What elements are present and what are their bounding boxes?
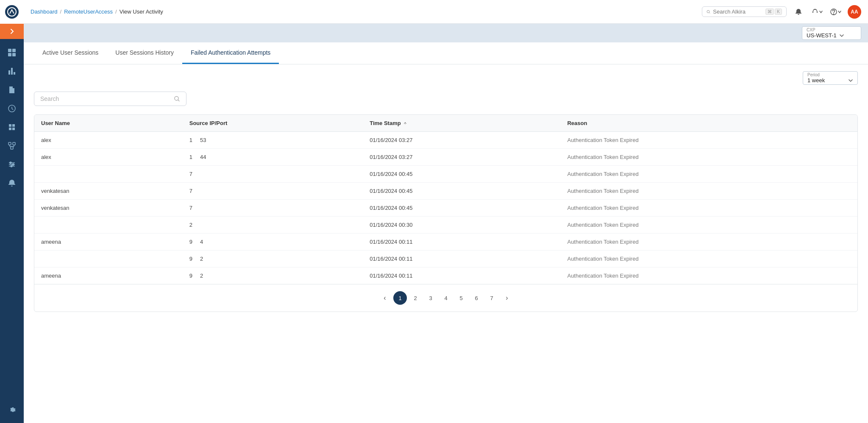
content-area: Period 1 week — [24, 64, 868, 322]
cell-reason: Authentication Token Expired — [560, 149, 857, 166]
period-row: Period 1 week — [34, 71, 858, 85]
cell-ip-port: 9 2 — [183, 250, 363, 267]
cell-username: ameena — [34, 234, 183, 250]
sidebar-item-analytics[interactable] — [3, 63, 20, 80]
topbar-search-input[interactable] — [713, 8, 763, 15]
col-username: User Name — [34, 115, 183, 132]
pagination-page-5[interactable]: 5 — [454, 291, 468, 305]
svg-rect-7 — [13, 142, 15, 145]
sidebar-item-plugins[interactable] — [3, 100, 20, 117]
cell-username: ameena — [34, 267, 183, 284]
pagination: ‹ 1 2 3 4 5 6 7 › — [34, 284, 857, 312]
tab-failed-auth[interactable]: Failed Authentication Attempts — [182, 42, 279, 64]
table-row: venkatesan 7 01/16/2024 00:45 Authentica… — [34, 183, 857, 200]
tab-sessions-history[interactable]: User Sessions History — [107, 42, 182, 64]
table-search-bar[interactable] — [34, 92, 186, 106]
search-shortcut: ⌘ K — [765, 8, 782, 15]
pagination-page-7[interactable]: 7 — [485, 291, 498, 305]
svg-rect-1 — [8, 49, 11, 52]
breadcrumb-current: View User Activity — [120, 8, 163, 15]
app-logo — [0, 0, 24, 24]
breadcrumb: Dashboard / RemoteUserAccess / View User… — [31, 8, 698, 15]
table-row: ameena 9 2 01/16/2024 00:11 Authenticati… — [34, 267, 857, 284]
cell-ip-port: 7 — [183, 200, 363, 217]
pagination-next[interactable]: › — [500, 291, 514, 305]
help-button[interactable] — [829, 5, 843, 19]
svg-rect-8 — [11, 147, 13, 149]
topbar-search-box[interactable]: ⌘ K — [702, 6, 787, 17]
cell-reason: Authentication Token Expired — [560, 217, 857, 234]
cell-reason: Authentication Token Expired — [560, 234, 857, 250]
table-body: alex 1 53 01/16/2024 03:27 Authenticatio… — [34, 132, 857, 284]
period-selector[interactable]: Period 1 week — [803, 71, 858, 85]
cell-reason: Authentication Token Expired — [560, 183, 857, 200]
avatar[interactable]: AA — [848, 5, 861, 19]
period-label: Period — [807, 72, 853, 77]
sidebar — [0, 0, 24, 423]
cxp-selector[interactable]: CXP US-WEST-1 — [802, 26, 861, 40]
cell-ip-port: 2 — [183, 217, 363, 234]
sidebar-item-notifications[interactable] — [3, 175, 20, 192]
cell-ip-port: 1 44 — [183, 149, 363, 166]
breadcrumb-sep1: / — [60, 8, 62, 15]
sidebar-settings[interactable] — [3, 401, 20, 418]
cell-username: venkatesan — [34, 183, 183, 200]
svg-point-17 — [834, 14, 834, 14]
col-reason: Reason — [560, 115, 857, 132]
sidebar-item-grid[interactable] — [3, 119, 20, 136]
pagination-page-6[interactable]: 6 — [470, 291, 483, 305]
logo-icon — [5, 5, 19, 19]
bell-icon — [795, 8, 802, 16]
main-content: Dashboard / RemoteUserAccess / View User… — [24, 0, 868, 423]
pagination-page-2[interactable]: 2 — [409, 291, 422, 305]
breadcrumb-remoteuser[interactable]: RemoteUserAccess — [64, 8, 113, 15]
sidebar-bottom — [3, 401, 20, 423]
pagination-page-1[interactable]: 1 — [393, 291, 407, 305]
tab-active-sessions[interactable]: Active User Sessions — [34, 42, 107, 64]
sidebar-item-controls[interactable] — [3, 156, 20, 173]
sidebar-item-dashboard[interactable] — [3, 44, 20, 61]
table-search-icon — [174, 95, 180, 102]
cell-timestamp: 01/16/2024 00:45 — [363, 200, 560, 217]
svg-rect-4 — [12, 53, 16, 56]
table-search-input[interactable] — [40, 95, 170, 102]
period-chevron-icon — [848, 78, 853, 83]
cell-username: alex — [34, 149, 183, 166]
notifications-button[interactable] — [792, 5, 805, 19]
chevron-down-icon — [819, 10, 823, 14]
cell-timestamp: 01/16/2024 00:11 — [363, 250, 560, 267]
help-chevron-icon — [837, 10, 842, 14]
sidebar-item-documents[interactable] — [3, 81, 20, 98]
sidebar-item-integrations[interactable] — [3, 137, 20, 154]
shortcut-key1: ⌘ — [765, 8, 774, 15]
shortcut-key2: K — [775, 8, 782, 15]
user-menu-button[interactable] — [810, 5, 824, 19]
table-row: venkatesan 7 01/16/2024 00:45 Authentica… — [34, 200, 857, 217]
pagination-page-4[interactable]: 4 — [439, 291, 453, 305]
cell-username: venkatesan — [34, 200, 183, 217]
data-table: User Name Source IP/Port Time Stamp — [34, 114, 858, 312]
table-row: 2 01/16/2024 00:30 Authentication Token … — [34, 217, 857, 234]
cell-reason: Authentication Token Expired — [560, 132, 857, 149]
cell-ip-port: 1 53 — [183, 132, 363, 149]
timestamp-sort[interactable]: Time Stamp — [370, 120, 554, 126]
svg-point-13 — [12, 164, 14, 165]
help-icon — [830, 8, 837, 16]
cell-reason: Authentication Token Expired — [560, 250, 857, 267]
sidebar-toggle[interactable] — [0, 24, 24, 39]
tabs: Active User Sessions User Sessions Histo… — [24, 42, 868, 64]
pagination-page-3[interactable]: 3 — [424, 291, 437, 305]
breadcrumb-sep2: / — [115, 8, 117, 15]
table-row: alex 1 44 01/16/2024 03:27 Authenticatio… — [34, 149, 857, 166]
col-timestamp[interactable]: Time Stamp — [363, 115, 560, 132]
svg-point-14 — [11, 165, 12, 167]
cell-username — [34, 166, 183, 183]
topbar-actions: ⌘ K — [702, 5, 861, 19]
headset-icon — [811, 8, 819, 16]
pagination-prev[interactable]: ‹ — [378, 291, 392, 305]
cell-ip-port: 7 — [183, 183, 363, 200]
cell-timestamp: 01/16/2024 00:11 — [363, 234, 560, 250]
breadcrumb-dashboard[interactable]: Dashboard — [31, 8, 58, 15]
table-row: ameena 9 4 01/16/2024 00:11 Authenticati… — [34, 234, 857, 250]
cell-timestamp: 01/16/2024 00:11 — [363, 267, 560, 284]
